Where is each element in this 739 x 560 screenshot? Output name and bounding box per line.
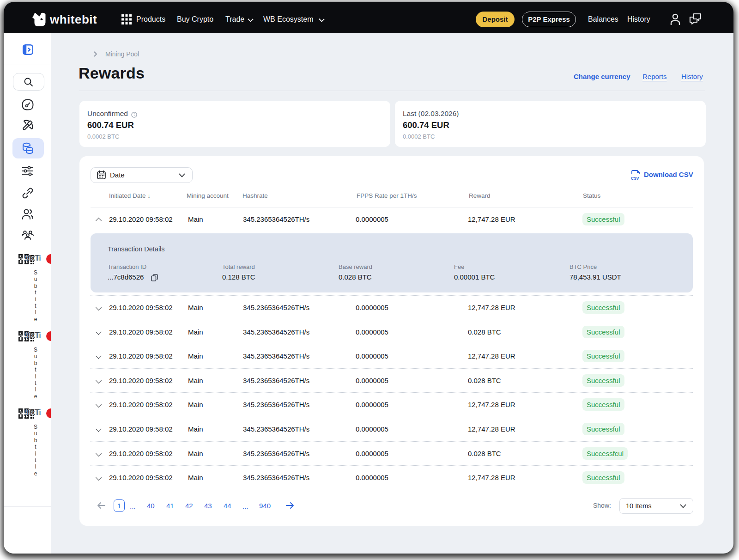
svg-text:CSV: CSV [631,176,639,181]
